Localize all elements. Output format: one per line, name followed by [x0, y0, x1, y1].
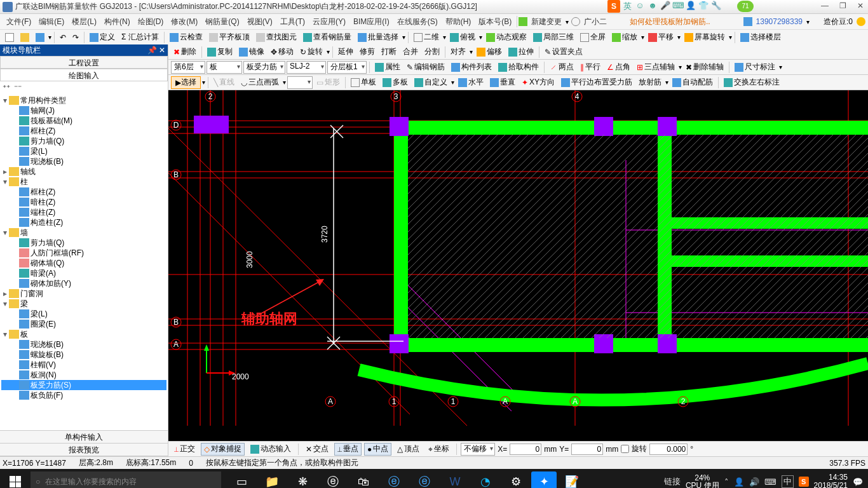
attr-button[interactable]: 属性: [372, 61, 403, 74]
2d-button[interactable]: 二维: [411, 31, 442, 44]
cpu-meter[interactable]: 24%CPU 使用: [686, 474, 719, 488]
redo-button[interactable]: ↷: [70, 31, 81, 44]
perpendicular-toggle[interactable]: ⟂垂点: [334, 443, 362, 456]
start-button[interactable]: [0, 469, 31, 488]
dynamic-view-button[interactable]: 动态观察: [484, 31, 529, 44]
ime-shirt-icon[interactable]: 👕: [698, 1, 709, 12]
component-name-dropdown[interactable]: SLJ-2: [287, 61, 326, 74]
ime-smile-icon[interactable]: ☺: [634, 1, 646, 12]
tree-cast-slab[interactable]: 现浇板(B): [1, 156, 166, 166]
tree-shear-wall[interactable]: 剪力墙(Q): [1, 136, 166, 146]
tab-single-input[interactable]: 单构件输入: [0, 431, 168, 444]
radial-button[interactable]: 放射筋: [636, 76, 664, 89]
swap-lr-button[interactable]: 交换左右标注: [721, 76, 782, 89]
taskbar-clock[interactable]: 14:352018/5/21: [814, 473, 848, 488]
two-point-button[interactable]: ⟋两点: [547, 61, 576, 74]
ime-lang-icon[interactable]: 英: [621, 1, 633, 12]
tree-beam-0[interactable]: 梁(L): [1, 309, 166, 319]
object-snap-toggle[interactable]: ◇对象捕捉: [201, 443, 245, 456]
mirror-button[interactable]: 镜像: [236, 46, 267, 58]
rotate-button[interactable]: ↻旋转: [297, 46, 325, 58]
menu-file[interactable]: 文件(F): [3, 17, 35, 27]
tree-slab-0[interactable]: 现浇板(B): [1, 339, 166, 349]
offset-mode-dropdown[interactable]: 不偏移: [461, 443, 495, 456]
ime-wrench-icon[interactable]: 🔧: [710, 1, 722, 12]
sogou-icon[interactable]: S: [607, 0, 620, 13]
sum-calc-button[interactable]: Σ 汇总计算: [119, 31, 161, 44]
tree-wall-4[interactable]: 砌体加筋(Y): [1, 278, 166, 288]
tray-ime-icon[interactable]: 中: [782, 475, 794, 488]
component-list-button[interactable]: 构件列表: [449, 61, 494, 74]
trim-button[interactable]: 修剪: [357, 46, 377, 58]
cloud-check-button[interactable]: 云检查: [167, 31, 205, 44]
edit-rebar-button[interactable]: ✎编辑钢筋: [404, 61, 447, 74]
menu-view[interactable]: 视图(V): [243, 17, 276, 27]
dim-note-button[interactable]: 尺寸标注: [732, 61, 778, 74]
y-input[interactable]: [571, 444, 603, 455]
stretch-button[interactable]: 拉伸: [506, 46, 536, 58]
agent-button[interactable]: 广小二: [580, 17, 611, 27]
zoom-button[interactable]: 缩放: [609, 31, 640, 44]
tree-slab-rebar[interactable]: 板受力筋(S): [1, 380, 166, 390]
menu-floor[interactable]: 楼层(L): [68, 17, 100, 27]
rect-button[interactable]: ▭矩形: [314, 76, 342, 89]
tree-column-group[interactable]: ▾柱: [1, 177, 166, 187]
tree-col-0[interactable]: 框柱(Z): [1, 187, 166, 197]
overlook-button[interactable]: 俯视: [447, 31, 478, 44]
task-edge-icon[interactable]: ⓔ: [318, 469, 348, 488]
tab-report-preview[interactable]: 报表预览: [0, 444, 168, 456]
pin-icon[interactable]: 📌 ✕: [147, 46, 165, 55]
select-layer-button[interactable]: 选择楼层: [738, 31, 783, 44]
tree-wall-1[interactable]: 人防门框墙(RF): [1, 248, 166, 258]
tree-opening-group[interactable]: ▸门窗洞: [1, 288, 166, 299]
tree-axis-grid[interactable]: 轴网(J): [1, 105, 166, 116]
tree-slab-3[interactable]: 板洞(N): [1, 370, 166, 380]
floor-dropdown[interactable]: 第6层: [171, 61, 205, 74]
move-button[interactable]: ✥移动: [268, 46, 296, 58]
tray-people-icon[interactable]: 👤: [734, 477, 744, 487]
multi-slab-button[interactable]: 多板: [380, 76, 410, 89]
extend-button[interactable]: 延伸: [336, 46, 356, 58]
collapse-all-icon[interactable]: ⁻⁻: [14, 83, 22, 92]
task-app-icon[interactable]: ✦: [531, 471, 557, 488]
menu-cloud[interactable]: 云应用(Y): [309, 17, 349, 27]
new-file-button[interactable]: [3, 31, 17, 44]
task-word-icon[interactable]: W: [440, 469, 470, 488]
open-file-button[interactable]: [18, 31, 32, 44]
task-ie-icon[interactable]: ⓔ: [409, 469, 440, 488]
tree-frame-column[interactable]: 框柱(Z): [1, 126, 166, 136]
line-button[interactable]: ╲直线: [211, 76, 237, 89]
break-button[interactable]: 打断: [379, 46, 399, 58]
tree-axis-group[interactable]: ▸轴线: [1, 166, 166, 177]
split-button[interactable]: 分割: [422, 46, 442, 58]
badge-71[interactable]: 71: [737, 1, 754, 12]
find-element-button[interactable]: 查找图元: [254, 31, 299, 44]
task-fan-icon[interactable]: ❋: [287, 469, 318, 488]
menu-rebar[interactable]: 钢筋量(Q): [201, 17, 243, 27]
tree-wall-2[interactable]: 砌体墙(Q): [1, 258, 166, 268]
vertex-toggle[interactable]: △顶点: [394, 443, 423, 456]
midpoint-toggle[interactable]: ●中点: [364, 443, 391, 456]
taskbar-search[interactable]: ○ 在这里输入你要搜索的内容: [31, 471, 221, 488]
menu-draw[interactable]: 绘图(D): [134, 17, 168, 27]
menu-modify[interactable]: 修改(M): [167, 17, 201, 27]
close-button[interactable]: ✕: [855, 1, 865, 11]
tree-slab-1[interactable]: 螺旋板(B): [1, 349, 166, 360]
menu-component[interactable]: 构件(N): [100, 17, 134, 27]
task-gear-icon[interactable]: ⚙: [501, 469, 531, 488]
three-aux-button[interactable]: ⊞三点辅轴: [634, 61, 677, 74]
auto-place-button[interactable]: 自动配筋: [670, 76, 715, 89]
ime-mic-icon[interactable]: 🎤: [660, 1, 671, 12]
menu-tools[interactable]: 工具(T): [276, 17, 309, 27]
xy-dir-button[interactable]: ✦XY方向: [519, 76, 557, 89]
offset-button[interactable]: 偏移: [474, 46, 505, 58]
coord-toggle[interactable]: ⌖坐标: [425, 443, 452, 456]
delete-button[interactable]: ✖删除: [171, 46, 199, 58]
tree-beam-l[interactable]: 梁(L): [1, 146, 166, 156]
menu-help[interactable]: 帮助(H): [442, 17, 475, 27]
ime-emoji-icon[interactable]: ☻: [647, 1, 658, 12]
task-edge2-icon[interactable]: ⓔ: [379, 469, 409, 488]
orange-help-link[interactable]: 如何处理筏板附加钢筋..: [630, 17, 710, 27]
fullscreen-button[interactable]: 全屏: [578, 31, 608, 44]
tab-project-settings[interactable]: 工程设置: [0, 56, 168, 69]
